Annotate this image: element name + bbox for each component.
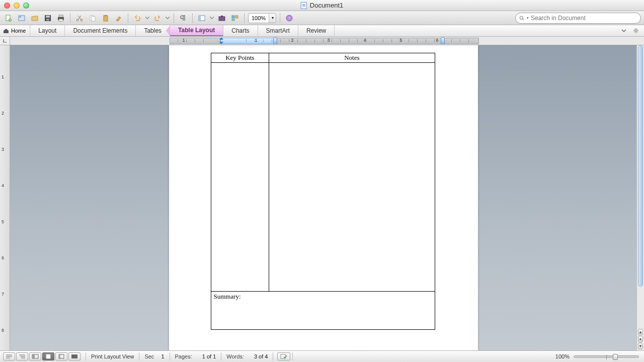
ribbon-tab-layout[interactable]: Layout — [30, 25, 65, 36]
zoom-value: 100% — [249, 15, 269, 21]
search-scope-arrow[interactable]: ▾ — [527, 16, 529, 20]
search-input[interactable] — [531, 15, 637, 22]
zoom-selector[interactable]: 100% ▾ — [248, 13, 276, 23]
column-marker-right[interactable] — [441, 37, 445, 44]
search-box[interactable]: ▾ — [515, 13, 641, 24]
sidebar-toggle-button[interactable] — [196, 13, 207, 24]
svg-rect-31 — [71, 354, 77, 358]
zoom-percent-label[interactable]: 100% — [555, 353, 570, 359]
svg-rect-18 — [219, 17, 225, 21]
ribbon-expand-button[interactable] — [620, 27, 628, 35]
window-title: Document1 — [310, 2, 343, 9]
column-marker-left[interactable] — [273, 37, 277, 44]
show-formatting-button[interactable] — [178, 13, 189, 24]
scroll-next-page-button[interactable]: ▼ — [638, 343, 643, 349]
undo-button[interactable] — [132, 13, 143, 24]
format-painter-button[interactable] — [113, 13, 124, 24]
workspace: 1 2 3 4 5 6 7 8 Key Points Notes Summary… — [0, 45, 644, 350]
table-cell-keypoints[interactable] — [211, 63, 269, 292]
horizontal-ruler[interactable]: 1 1 2 3 4 5 6 — [0, 37, 644, 45]
svg-rect-17 — [199, 16, 201, 21]
section-indicator[interactable]: Sec 1 — [141, 353, 167, 359]
paste-button[interactable] — [100, 13, 111, 24]
draft-view-button[interactable] — [3, 352, 15, 360]
media-browser-button[interactable] — [229, 13, 240, 24]
ribbon-tab-table-layout[interactable]: Table Layout — [170, 25, 223, 36]
ribbon-tabs: Home Layout Document Elements Tables Tab… — [0, 25, 644, 37]
close-window-button[interactable] — [4, 3, 10, 9]
svg-rect-28 — [33, 355, 35, 358]
ribbon-tab-document-elements[interactable]: Document Elements — [65, 25, 136, 36]
open-button[interactable] — [29, 13, 40, 24]
outline-view-button[interactable] — [16, 352, 28, 360]
page-area[interactable]: Key Points Notes Summary: — [10, 45, 636, 350]
first-line-indent-marker[interactable] — [219, 37, 223, 40]
svg-point-11 — [80, 19, 83, 21]
svg-rect-19 — [221, 16, 223, 17]
zoom-window-button[interactable] — [23, 3, 29, 9]
word-count-indicator[interactable]: Words: 3 of 4 — [223, 353, 271, 359]
scrollbar-thumb[interactable] — [638, 45, 643, 287]
help-button[interactable]: ? — [284, 13, 295, 24]
redo-dropdown[interactable] — [165, 13, 170, 24]
ribbon-home-tab[interactable]: Home — [0, 25, 30, 36]
focus-view-button[interactable] — [68, 352, 80, 360]
table-cell-summary[interactable]: Summary: — [211, 292, 435, 330]
new-from-template-button[interactable] — [16, 13, 27, 24]
scroll-prev-page-button[interactable]: ▲ — [638, 329, 643, 335]
print-button[interactable] — [55, 13, 66, 24]
undo-dropdown[interactable] — [145, 13, 150, 24]
print-layout-view-button[interactable] — [42, 352, 54, 360]
zoom-slider-knob[interactable] — [613, 354, 618, 360]
redo-button[interactable] — [152, 13, 163, 24]
publishing-layout-view-button[interactable] — [29, 352, 41, 360]
home-icon — [3, 28, 9, 34]
svg-rect-14 — [104, 16, 108, 21]
cornell-notes-table[interactable]: Key Points Notes Summary: — [211, 53, 435, 330]
new-document-button[interactable] — [3, 13, 14, 24]
search-icon — [519, 15, 525, 21]
sidebar-dropdown[interactable] — [209, 13, 214, 24]
hanging-indent-marker[interactable] — [219, 42, 223, 44]
titlebar: Document1 — [0, 0, 644, 11]
svg-rect-5 — [46, 16, 50, 18]
svg-rect-7 — [59, 15, 63, 17]
svg-rect-15 — [105, 15, 107, 16]
svg-rect-20 — [232, 16, 234, 18]
svg-point-25 — [520, 16, 523, 19]
svg-rect-21 — [235, 16, 238, 18]
browse-object-button[interactable]: ● — [638, 336, 643, 342]
minimize-window-button[interactable] — [14, 3, 20, 9]
table-header-col1[interactable]: Key Points — [211, 53, 269, 63]
ribbon-home-label: Home — [11, 28, 26, 34]
ruler-corner-tab-selector[interactable] — [0, 37, 10, 45]
ribbon-tab-smartart[interactable]: SmartArt — [258, 25, 298, 36]
cut-button[interactable] — [74, 13, 85, 24]
table-header-col2[interactable]: Notes — [269, 53, 435, 63]
toolbox-button[interactable] — [216, 13, 227, 24]
ribbon-tab-review[interactable]: Review — [298, 25, 335, 36]
document-page[interactable]: Key Points Notes Summary: — [169, 45, 478, 350]
zoom-dropdown-arrow[interactable]: ▾ — [269, 14, 276, 23]
status-bar: Print Layout View Sec 1 Pages: 1 of 1 Wo… — [0, 350, 644, 362]
view-mode-label: Print Layout View — [88, 353, 137, 359]
standard-toolbar: 100% ▾ ? ▾ — [0, 11, 644, 25]
spell-check-button[interactable] — [277, 352, 290, 360]
svg-rect-13 — [92, 17, 95, 21]
save-button[interactable] — [42, 13, 53, 24]
svg-rect-3 — [19, 16, 21, 18]
notebook-layout-view-button[interactable] — [55, 352, 67, 360]
zoom-slider[interactable] — [574, 355, 639, 358]
ribbon-tab-tables[interactable]: Tables — [136, 25, 170, 36]
svg-rect-22 — [232, 19, 234, 21]
vertical-ruler[interactable]: 1 2 3 4 5 6 7 8 — [0, 45, 10, 350]
vertical-scrollbar[interactable]: ▲ ● ▼ — [636, 45, 644, 350]
ribbon-tab-charts[interactable]: Charts — [223, 25, 258, 36]
table-cell-notes[interactable] — [269, 63, 435, 292]
svg-rect-6 — [46, 19, 49, 21]
ribbon-settings-button[interactable] — [632, 27, 640, 35]
svg-text:?: ? — [288, 16, 291, 21]
copy-button[interactable] — [87, 13, 98, 24]
svg-rect-29 — [46, 354, 50, 358]
page-indicator[interactable]: Pages: 1 of 1 — [172, 353, 219, 359]
